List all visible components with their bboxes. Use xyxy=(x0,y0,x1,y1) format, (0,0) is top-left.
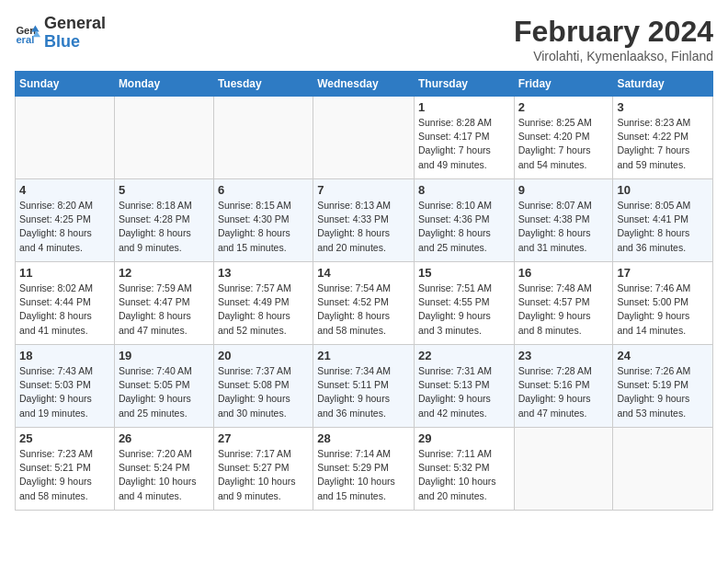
day-info: Sunrise: 7:31 AM Sunset: 5:13 PM Dayligh… xyxy=(418,364,510,420)
day-info: Sunrise: 7:46 AM Sunset: 5:00 PM Dayligh… xyxy=(617,282,709,338)
day-number: 25 xyxy=(19,431,110,445)
day-info: Sunrise: 8:13 AM Sunset: 4:33 PM Dayligh… xyxy=(317,199,410,255)
calendar-cell: 24Sunrise: 7:26 AM Sunset: 5:19 PM Dayli… xyxy=(613,345,713,428)
day-number: 24 xyxy=(617,349,709,362)
title-area: February 2024 Virolahti, Kymenlaakso, Fi… xyxy=(514,15,713,63)
calendar-cell: 29Sunrise: 7:11 AM Sunset: 5:32 PM Dayli… xyxy=(414,428,514,511)
calendar-cell: 18Sunrise: 7:43 AM Sunset: 5:03 PM Dayli… xyxy=(16,345,115,428)
day-number: 5 xyxy=(119,183,210,197)
calendar-cell xyxy=(16,97,115,179)
day-number: 2 xyxy=(518,100,609,114)
day-number: 21 xyxy=(317,349,410,362)
calendar-cell: 6Sunrise: 8:15 AM Sunset: 4:30 PM Daylig… xyxy=(213,179,313,262)
day-info: Sunrise: 8:15 AM Sunset: 4:30 PM Dayligh… xyxy=(218,199,309,255)
weekday-header-row: SundayMondayTuesdayWednesdayThursdayFrid… xyxy=(16,72,713,97)
day-info: Sunrise: 8:10 AM Sunset: 4:36 PM Dayligh… xyxy=(418,199,510,255)
day-info: Sunrise: 7:26 AM Sunset: 5:19 PM Dayligh… xyxy=(617,364,709,420)
day-info: Sunrise: 7:51 AM Sunset: 4:55 PM Dayligh… xyxy=(418,282,510,338)
day-number: 14 xyxy=(317,266,410,280)
month-title: February 2024 xyxy=(514,15,713,49)
week-row-4: 18Sunrise: 7:43 AM Sunset: 5:03 PM Dayli… xyxy=(16,345,713,428)
day-info: Sunrise: 7:37 AM Sunset: 5:08 PM Dayligh… xyxy=(218,364,309,420)
calendar-cell: 27Sunrise: 7:17 AM Sunset: 5:27 PM Dayli… xyxy=(213,428,313,511)
day-number: 22 xyxy=(418,349,510,362)
week-row-2: 4Sunrise: 8:20 AM Sunset: 4:25 PM Daylig… xyxy=(16,179,713,262)
day-info: Sunrise: 7:48 AM Sunset: 4:57 PM Dayligh… xyxy=(518,282,609,338)
week-row-3: 11Sunrise: 8:02 AM Sunset: 4:44 PM Dayli… xyxy=(16,262,713,345)
calendar-cell xyxy=(114,97,213,179)
weekday-header-monday: Monday xyxy=(114,72,213,97)
calendar-cell: 11Sunrise: 8:02 AM Sunset: 4:44 PM Dayli… xyxy=(16,262,115,345)
day-number: 18 xyxy=(19,349,110,362)
calendar-cell: 25Sunrise: 7:23 AM Sunset: 5:21 PM Dayli… xyxy=(16,428,115,511)
day-number: 10 xyxy=(617,183,709,197)
weekday-header-saturday: Saturday xyxy=(613,72,713,97)
day-number: 13 xyxy=(218,266,309,280)
day-number: 9 xyxy=(518,183,609,197)
calendar-cell: 16Sunrise: 7:48 AM Sunset: 4:57 PM Dayli… xyxy=(514,262,613,345)
calendar-cell: 3Sunrise: 8:23 AM Sunset: 4:22 PM Daylig… xyxy=(613,97,713,179)
header: Gen eral GeneralBlue February 2024 Virol… xyxy=(15,15,713,63)
day-info: Sunrise: 7:59 AM Sunset: 4:47 PM Dayligh… xyxy=(119,282,210,338)
calendar-cell: 28Sunrise: 7:14 AM Sunset: 5:29 PM Dayli… xyxy=(313,428,415,511)
day-info: Sunrise: 7:14 AM Sunset: 5:29 PM Dayligh… xyxy=(317,447,410,503)
day-info: Sunrise: 8:07 AM Sunset: 4:38 PM Dayligh… xyxy=(518,199,609,255)
calendar-cell: 21Sunrise: 7:34 AM Sunset: 5:11 PM Dayli… xyxy=(313,345,415,428)
day-info: Sunrise: 8:02 AM Sunset: 4:44 PM Dayligh… xyxy=(19,282,110,338)
day-number: 26 xyxy=(119,431,210,445)
logo-text: GeneralBlue xyxy=(44,15,106,52)
day-number: 15 xyxy=(418,266,510,280)
weekday-header-sunday: Sunday xyxy=(16,72,115,97)
calendar-cell: 9Sunrise: 8:07 AM Sunset: 4:38 PM Daylig… xyxy=(514,179,613,262)
day-info: Sunrise: 8:23 AM Sunset: 4:22 PM Dayligh… xyxy=(617,116,709,172)
day-info: Sunrise: 8:18 AM Sunset: 4:28 PM Dayligh… xyxy=(119,199,210,255)
day-number: 27 xyxy=(218,431,309,445)
day-info: Sunrise: 7:28 AM Sunset: 5:16 PM Dayligh… xyxy=(518,364,609,420)
calendar-cell xyxy=(514,428,613,511)
calendar-cell: 2Sunrise: 8:25 AM Sunset: 4:20 PM Daylig… xyxy=(514,97,613,179)
weekday-header-wednesday: Wednesday xyxy=(313,72,415,97)
day-number: 4 xyxy=(19,183,110,197)
calendar-cell: 1Sunrise: 8:28 AM Sunset: 4:17 PM Daylig… xyxy=(414,97,514,179)
day-info: Sunrise: 7:20 AM Sunset: 5:24 PM Dayligh… xyxy=(119,447,210,503)
day-number: 7 xyxy=(317,183,410,197)
weekday-header-thursday: Thursday xyxy=(414,72,514,97)
calendar-cell: 12Sunrise: 7:59 AM Sunset: 4:47 PM Dayli… xyxy=(114,262,213,345)
day-number: 17 xyxy=(617,266,709,280)
day-number: 28 xyxy=(317,431,410,445)
day-info: Sunrise: 7:57 AM Sunset: 4:49 PM Dayligh… xyxy=(218,282,309,338)
calendar-cell: 5Sunrise: 8:18 AM Sunset: 4:28 PM Daylig… xyxy=(114,179,213,262)
day-info: Sunrise: 7:43 AM Sunset: 5:03 PM Dayligh… xyxy=(19,364,110,420)
day-number: 6 xyxy=(218,183,309,197)
day-number: 19 xyxy=(119,349,210,362)
calendar-cell xyxy=(613,428,713,511)
week-row-5: 25Sunrise: 7:23 AM Sunset: 5:21 PM Dayli… xyxy=(16,428,713,511)
day-info: Sunrise: 7:11 AM Sunset: 5:32 PM Dayligh… xyxy=(418,447,510,503)
day-number: 12 xyxy=(119,266,210,280)
day-number: 1 xyxy=(418,100,510,114)
calendar-cell: 22Sunrise: 7:31 AM Sunset: 5:13 PM Dayli… xyxy=(414,345,514,428)
calendar-cell xyxy=(313,97,415,179)
day-number: 29 xyxy=(418,431,510,445)
day-number: 11 xyxy=(19,266,110,280)
day-number: 16 xyxy=(518,266,609,280)
calendar-cell: 20Sunrise: 7:37 AM Sunset: 5:08 PM Dayli… xyxy=(213,345,313,428)
day-number: 20 xyxy=(218,349,309,362)
logo: Gen eral GeneralBlue xyxy=(15,15,106,52)
calendar-cell: 7Sunrise: 8:13 AM Sunset: 4:33 PM Daylig… xyxy=(313,179,415,262)
day-info: Sunrise: 8:20 AM Sunset: 4:25 PM Dayligh… xyxy=(19,199,110,255)
day-info: Sunrise: 7:40 AM Sunset: 5:05 PM Dayligh… xyxy=(119,364,210,420)
calendar-cell: 8Sunrise: 8:10 AM Sunset: 4:36 PM Daylig… xyxy=(414,179,514,262)
calendar-cell: 15Sunrise: 7:51 AM Sunset: 4:55 PM Dayli… xyxy=(414,262,514,345)
day-info: Sunrise: 8:05 AM Sunset: 4:41 PM Dayligh… xyxy=(617,199,709,255)
svg-text:eral: eral xyxy=(16,34,34,45)
day-number: 23 xyxy=(518,349,609,362)
calendar-cell: 17Sunrise: 7:46 AM Sunset: 5:00 PM Dayli… xyxy=(613,262,713,345)
calendar-table: SundayMondayTuesdayWednesdayThursdayFrid… xyxy=(15,71,713,511)
day-info: Sunrise: 8:25 AM Sunset: 4:20 PM Dayligh… xyxy=(518,116,609,172)
day-number: 8 xyxy=(418,183,510,197)
calendar-cell xyxy=(213,97,313,179)
day-info: Sunrise: 7:54 AM Sunset: 4:52 PM Dayligh… xyxy=(317,282,410,338)
day-number: 3 xyxy=(617,100,709,114)
calendar-cell: 19Sunrise: 7:40 AM Sunset: 5:05 PM Dayli… xyxy=(114,345,213,428)
